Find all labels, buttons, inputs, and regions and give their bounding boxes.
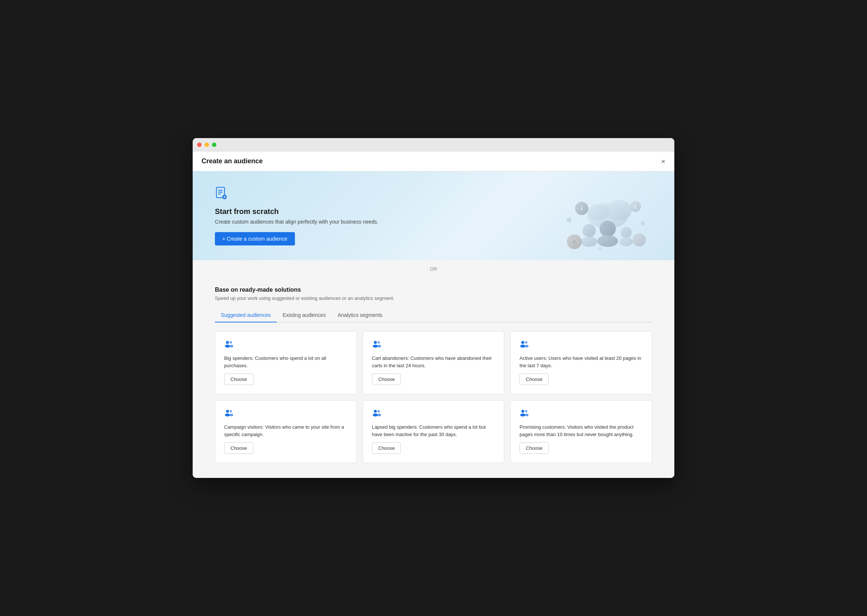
svg-point-50 bbox=[525, 414, 528, 416]
svg-point-38 bbox=[525, 345, 528, 347]
svg-point-28 bbox=[225, 345, 230, 347]
svg-point-34 bbox=[378, 345, 381, 347]
users-icon bbox=[224, 341, 348, 350]
audience-cards-grid: Big spenders: Customers who spend a lot … bbox=[193, 331, 674, 478]
card-description: Lapsed big spenders: Customers who spend… bbox=[372, 423, 495, 438]
choose-button-active-users[interactable]: Choose bbox=[519, 374, 549, 385]
close-window-button[interactable] bbox=[197, 143, 202, 147]
section-subtitle: Speed up your work using suggested or ex… bbox=[215, 295, 652, 301]
svg-point-48 bbox=[520, 413, 525, 416]
hero-section: Start from scratch Create custom audienc… bbox=[193, 171, 674, 260]
choose-button-cart-abandoners[interactable]: Choose bbox=[372, 374, 401, 385]
tab-analytics-segments[interactable]: Analytics segments bbox=[332, 308, 388, 322]
choose-button-campaign-visitors[interactable]: Choose bbox=[224, 442, 254, 454]
svg-point-39 bbox=[226, 410, 229, 413]
svg-point-47 bbox=[521, 410, 524, 413]
svg-point-30 bbox=[230, 345, 233, 347]
svg-point-33 bbox=[378, 341, 380, 344]
tabs: Suggested audiences Existing audiences A… bbox=[215, 308, 652, 322]
titlebar bbox=[193, 138, 674, 151]
svg-point-15 bbox=[620, 237, 633, 246]
svg-point-37 bbox=[525, 341, 527, 344]
audience-card-cart-abandoners: Cart abandoners: Customers who have aban… bbox=[363, 331, 504, 394]
or-divider: OR bbox=[193, 260, 674, 278]
card-description: Big spenders: Customers who spend a lot … bbox=[224, 355, 348, 369]
card-description: Promising customers: Visitors who visite… bbox=[519, 423, 643, 438]
svg-text:i: i bbox=[638, 238, 640, 243]
card-description: Cart abandoners: Customers who have aban… bbox=[372, 355, 495, 369]
choose-button-promising-customers[interactable]: Choose bbox=[519, 442, 549, 454]
choose-button-lapsed-big-spenders[interactable]: Choose bbox=[372, 442, 401, 454]
svg-text:¢: ¢ bbox=[573, 239, 576, 245]
users-icon bbox=[372, 409, 495, 419]
svg-point-49 bbox=[525, 410, 527, 412]
audience-card-promising-customers: Promising customers: Visitors who visite… bbox=[510, 400, 652, 463]
svg-point-10 bbox=[582, 224, 596, 237]
svg-point-41 bbox=[230, 410, 232, 412]
choose-button-big-spenders[interactable]: Choose bbox=[224, 374, 254, 385]
svg-point-43 bbox=[374, 410, 377, 413]
svg-point-13 bbox=[597, 235, 618, 247]
users-icon bbox=[519, 409, 643, 419]
audience-card-active-users: Active users: Users who have visited at … bbox=[510, 331, 652, 394]
audience-card-campaign-visitors: Campaign visitors: Visitors who came to … bbox=[215, 400, 357, 463]
titlebar-buttons bbox=[197, 143, 216, 147]
svg-point-36 bbox=[520, 345, 525, 347]
audience-card-lapsed-big-spenders: Lapsed big spenders: Customers who spend… bbox=[363, 400, 504, 463]
svg-rect-25 bbox=[641, 221, 645, 226]
svg-point-9 bbox=[587, 204, 610, 220]
ready-made-section: Base on ready-made solutions Speed up yo… bbox=[193, 278, 674, 322]
svg-text:i: i bbox=[581, 206, 582, 211]
audience-card-big-spenders: Big spenders: Customers who spend a lot … bbox=[215, 331, 357, 394]
card-description: Active users: Users who have visited at … bbox=[519, 355, 643, 369]
hero-graphic: i i ¢ i bbox=[541, 186, 652, 245]
svg-point-45 bbox=[378, 410, 380, 412]
create-custom-audience-button[interactable]: + Create a custom audience bbox=[215, 232, 295, 245]
svg-point-31 bbox=[374, 341, 377, 344]
svg-rect-26 bbox=[598, 247, 601, 250]
tab-suggested-audiences[interactable]: Suggested audiences bbox=[215, 308, 277, 322]
users-icon bbox=[519, 341, 643, 350]
svg-text:i: i bbox=[635, 204, 636, 209]
svg-point-42 bbox=[230, 414, 233, 416]
svg-point-27 bbox=[226, 341, 229, 344]
hero-title: Start from scratch bbox=[215, 207, 541, 216]
modal-window: Create an audience × Start fr bbox=[193, 138, 674, 478]
maximize-window-button[interactable] bbox=[212, 143, 216, 147]
svg-point-29 bbox=[230, 341, 232, 344]
hero-content: Start from scratch Create custom audienc… bbox=[215, 187, 541, 245]
svg-point-11 bbox=[581, 237, 597, 247]
svg-point-8 bbox=[606, 200, 632, 221]
users-icon bbox=[372, 341, 495, 350]
modal-header: Create an audience × bbox=[193, 151, 674, 171]
svg-point-32 bbox=[373, 345, 378, 347]
svg-point-12 bbox=[599, 221, 616, 237]
document-icon bbox=[215, 187, 541, 203]
tab-existing-audiences[interactable]: Existing audiences bbox=[277, 308, 332, 322]
svg-point-46 bbox=[378, 414, 381, 416]
svg-rect-24 bbox=[566, 217, 572, 223]
svg-point-35 bbox=[521, 341, 524, 344]
modal-close-button[interactable]: × bbox=[661, 158, 665, 165]
modal-body: Start from scratch Create custom audienc… bbox=[193, 171, 674, 478]
svg-point-14 bbox=[621, 227, 632, 238]
users-icon bbox=[224, 409, 348, 419]
section-title: Base on ready-made solutions bbox=[215, 286, 652, 293]
svg-point-44 bbox=[373, 413, 378, 416]
svg-point-40 bbox=[225, 413, 230, 416]
minimize-window-button[interactable] bbox=[205, 143, 209, 147]
modal-title: Create an audience bbox=[202, 157, 263, 165]
card-description: Campaign visitors: Visitors who came to … bbox=[224, 423, 348, 438]
hero-subtitle: Create custom audiences that align perfe… bbox=[215, 219, 541, 225]
